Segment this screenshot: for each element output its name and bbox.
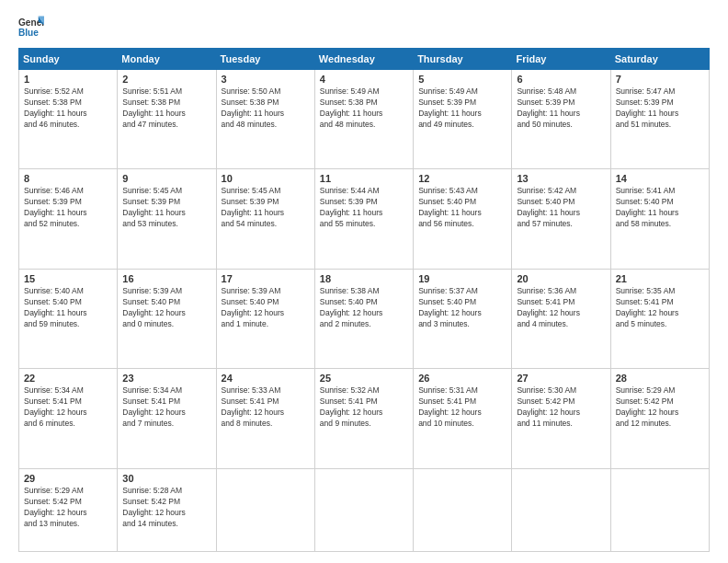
calendar-cell: 13Sunrise: 5:42 AM Sunset: 5:40 PM Dayli…	[512, 169, 610, 269]
day-number: 6	[517, 74, 605, 85]
day-number: 15	[24, 273, 112, 284]
cell-content: Sunrise: 5:50 AM Sunset: 5:38 PM Dayligh…	[222, 86, 310, 131]
calendar-table: SundayMondayTuesdayWednesdayThursdayFrid…	[18, 48, 710, 552]
calendar-cell: 24Sunrise: 5:33 AM Sunset: 5:41 PM Dayli…	[216, 369, 314, 468]
day-number: 9	[122, 173, 210, 184]
calendar-cell	[216, 468, 314, 551]
calendar-cell: 22Sunrise: 5:34 AM Sunset: 5:41 PM Dayli…	[19, 369, 118, 468]
calendar-cell: 11Sunrise: 5:44 AM Sunset: 5:39 PM Dayli…	[314, 169, 413, 269]
calendar-cell: 3Sunrise: 5:50 AM Sunset: 5:38 PM Daylig…	[216, 70, 314, 169]
calendar-cell: 25Sunrise: 5:32 AM Sunset: 5:41 PM Dayli…	[314, 369, 413, 468]
day-number: 21	[616, 273, 704, 284]
calendar-cell: 20Sunrise: 5:36 AM Sunset: 5:41 PM Dayli…	[512, 269, 610, 368]
day-number: 24	[222, 373, 310, 384]
cell-content: Sunrise: 5:43 AM Sunset: 5:40 PM Dayligh…	[418, 186, 506, 230]
calendar-row-4: 29Sunrise: 5:29 AM Sunset: 5:42 PM Dayli…	[19, 468, 710, 551]
calendar-cell: 18Sunrise: 5:38 AM Sunset: 5:40 PM Dayli…	[314, 269, 413, 368]
calendar-cell: 7Sunrise: 5:47 AM Sunset: 5:39 PM Daylig…	[610, 70, 709, 169]
cell-content: Sunrise: 5:34 AM Sunset: 5:41 PM Dayligh…	[122, 385, 210, 430]
calendar-cell: 27Sunrise: 5:30 AM Sunset: 5:42 PM Dayli…	[512, 369, 610, 468]
cell-content: Sunrise: 5:35 AM Sunset: 5:41 PM Dayligh…	[616, 286, 704, 330]
calendar-cell: 8Sunrise: 5:46 AM Sunset: 5:39 PM Daylig…	[19, 169, 118, 269]
cell-content: Sunrise: 5:34 AM Sunset: 5:41 PM Dayligh…	[24, 385, 112, 430]
calendar-cell	[414, 468, 512, 551]
day-number: 10	[222, 173, 310, 184]
calendar-cell: 9Sunrise: 5:45 AM Sunset: 5:39 PM Daylig…	[118, 169, 216, 269]
day-number: 25	[320, 373, 408, 384]
day-number: 20	[517, 273, 605, 284]
cell-content: Sunrise: 5:31 AM Sunset: 5:41 PM Dayligh…	[418, 385, 506, 430]
day-number: 11	[320, 173, 408, 184]
cell-content: Sunrise: 5:45 AM Sunset: 5:39 PM Dayligh…	[122, 186, 210, 230]
calendar-cell: 12Sunrise: 5:43 AM Sunset: 5:40 PM Dayli…	[414, 169, 512, 269]
cell-content: Sunrise: 5:39 AM Sunset: 5:40 PM Dayligh…	[122, 286, 210, 330]
weekday-header-monday: Monday	[118, 49, 216, 70]
cell-content: Sunrise: 5:36 AM Sunset: 5:41 PM Dayligh…	[517, 286, 605, 330]
day-number: 8	[24, 173, 112, 184]
cell-content: Sunrise: 5:49 AM Sunset: 5:39 PM Dayligh…	[418, 86, 506, 131]
cell-content: Sunrise: 5:49 AM Sunset: 5:38 PM Dayligh…	[320, 86, 408, 131]
calendar-cell: 21Sunrise: 5:35 AM Sunset: 5:41 PM Dayli…	[610, 269, 709, 368]
day-number: 26	[418, 373, 506, 384]
calendar-cell	[314, 468, 413, 551]
calendar-cell: 26Sunrise: 5:31 AM Sunset: 5:41 PM Dayli…	[414, 369, 512, 468]
day-number: 2	[122, 74, 210, 85]
calendar-cell: 2Sunrise: 5:51 AM Sunset: 5:38 PM Daylig…	[118, 70, 216, 169]
cell-content: Sunrise: 5:32 AM Sunset: 5:41 PM Dayligh…	[320, 385, 408, 430]
cell-content: Sunrise: 5:47 AM Sunset: 5:39 PM Dayligh…	[616, 86, 704, 131]
svg-text:Blue: Blue	[18, 28, 39, 38]
calendar-cell: 28Sunrise: 5:29 AM Sunset: 5:42 PM Dayli…	[610, 369, 709, 468]
cell-content: Sunrise: 5:40 AM Sunset: 5:40 PM Dayligh…	[24, 286, 112, 330]
weekday-header-tuesday: Tuesday	[216, 49, 314, 70]
day-number: 19	[418, 273, 506, 284]
calendar-row-3: 22Sunrise: 5:34 AM Sunset: 5:41 PM Dayli…	[19, 369, 710, 468]
cell-content: Sunrise: 5:37 AM Sunset: 5:40 PM Dayligh…	[418, 286, 506, 330]
cell-content: Sunrise: 5:51 AM Sunset: 5:38 PM Dayligh…	[122, 86, 210, 131]
calendar-cell: 17Sunrise: 5:39 AM Sunset: 5:40 PM Dayli…	[216, 269, 314, 368]
day-number: 3	[222, 74, 310, 85]
calendar-row-2: 15Sunrise: 5:40 AM Sunset: 5:40 PM Dayli…	[19, 269, 710, 368]
cell-content: Sunrise: 5:38 AM Sunset: 5:40 PM Dayligh…	[320, 286, 408, 330]
calendar-cell: 5Sunrise: 5:49 AM Sunset: 5:39 PM Daylig…	[414, 70, 512, 169]
cell-content: Sunrise: 5:28 AM Sunset: 5:42 PM Dayligh…	[122, 486, 210, 530]
calendar-cell: 6Sunrise: 5:48 AM Sunset: 5:39 PM Daylig…	[512, 70, 610, 169]
cell-content: Sunrise: 5:42 AM Sunset: 5:40 PM Dayligh…	[517, 186, 605, 230]
day-number: 27	[517, 373, 605, 384]
day-number: 4	[320, 74, 408, 85]
calendar-cell: 10Sunrise: 5:45 AM Sunset: 5:39 PM Dayli…	[216, 169, 314, 269]
weekday-header-wednesday: Wednesday	[314, 49, 413, 70]
weekday-header-thursday: Thursday	[414, 49, 512, 70]
cell-content: Sunrise: 5:44 AM Sunset: 5:39 PM Dayligh…	[320, 186, 408, 230]
calendar-cell: 23Sunrise: 5:34 AM Sunset: 5:41 PM Dayli…	[118, 369, 216, 468]
cell-content: Sunrise: 5:33 AM Sunset: 5:41 PM Dayligh…	[222, 385, 310, 430]
day-number: 28	[616, 373, 704, 384]
cell-content: Sunrise: 5:30 AM Sunset: 5:42 PM Dayligh…	[517, 385, 605, 430]
day-number: 22	[24, 373, 112, 384]
cell-content: Sunrise: 5:48 AM Sunset: 5:39 PM Dayligh…	[517, 86, 605, 131]
cell-content: Sunrise: 5:41 AM Sunset: 5:40 PM Dayligh…	[616, 186, 704, 230]
calendar-cell: 19Sunrise: 5:37 AM Sunset: 5:40 PM Dayli…	[414, 269, 512, 368]
cell-content: Sunrise: 5:29 AM Sunset: 5:42 PM Dayligh…	[24, 486, 112, 530]
cell-content: Sunrise: 5:46 AM Sunset: 5:39 PM Dayligh…	[24, 186, 112, 230]
cell-content: Sunrise: 5:29 AM Sunset: 5:42 PM Dayligh…	[616, 385, 704, 430]
day-number: 13	[517, 173, 605, 184]
day-number: 23	[122, 373, 210, 384]
weekday-header-friday: Friday	[512, 49, 610, 70]
calendar-cell	[610, 468, 709, 551]
calendar-cell: 29Sunrise: 5:29 AM Sunset: 5:42 PM Dayli…	[19, 468, 118, 551]
day-number: 18	[320, 273, 408, 284]
day-number: 5	[418, 74, 506, 85]
calendar-cell: 4Sunrise: 5:49 AM Sunset: 5:38 PM Daylig…	[314, 70, 413, 169]
day-number: 12	[418, 173, 506, 184]
logo-icon: General Blue	[18, 15, 44, 40]
day-number: 16	[122, 273, 210, 284]
header: General Blue	[18, 15, 710, 40]
day-number: 17	[222, 273, 310, 284]
page: General Blue SundayMondayTuesdayWednesda…	[0, 0, 728, 563]
weekday-header-sunday: Sunday	[19, 49, 118, 70]
weekday-header-row: SundayMondayTuesdayWednesdayThursdayFrid…	[19, 49, 710, 70]
day-number: 1	[24, 74, 112, 85]
calendar-cell: 16Sunrise: 5:39 AM Sunset: 5:40 PM Dayli…	[118, 269, 216, 368]
cell-content: Sunrise: 5:52 AM Sunset: 5:38 PM Dayligh…	[24, 86, 112, 131]
calendar-row-0: 1Sunrise: 5:52 AM Sunset: 5:38 PM Daylig…	[19, 70, 710, 169]
